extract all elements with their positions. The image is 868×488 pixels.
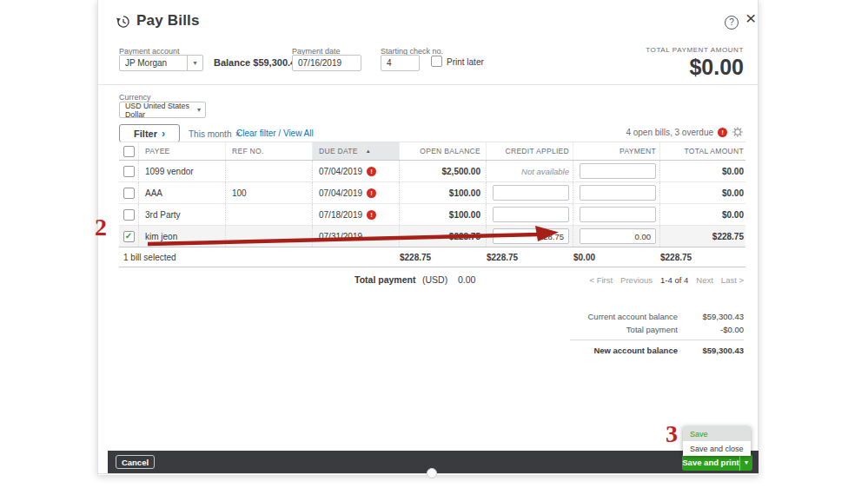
row-checkbox[interactable]: [123, 166, 135, 177]
col-header-due-date[interactable]: DUE DATE ▲: [313, 142, 400, 160]
summary-total-payment-label: Total payment: [570, 325, 690, 334]
resize-handle[interactable]: [427, 468, 437, 478]
pagination: < First Previous 1-4 of 4 Next Last >: [589, 275, 744, 285]
header-divider: [98, 84, 758, 85]
payment-input[interactable]: [580, 185, 656, 201]
total-payment-line-currency: (USD): [422, 274, 447, 285]
total-open-balance: $228.75: [400, 253, 487, 262]
pagination-previous[interactable]: Previous: [620, 275, 653, 285]
filter-button[interactable]: Filter ›: [119, 124, 180, 142]
close-icon[interactable]: ×: [745, 8, 756, 29]
select-all-checkbox[interactable]: [123, 146, 135, 157]
due-date-cell: 07/04/2019 !: [313, 161, 400, 181]
sort-asc-icon: ▲: [366, 148, 371, 154]
overdue-icon: !: [367, 188, 376, 198]
clear-filter-link[interactable]: Clear filter / View All: [236, 129, 314, 138]
col-header-ref-no[interactable]: REF NO.: [226, 142, 313, 160]
help-icon[interactable]: ?: [725, 16, 739, 30]
total-amount-cell: $0.00: [660, 182, 745, 203]
starting-check-input[interactable]: [381, 55, 420, 71]
due-date-cell: 07/18/2019 !: [313, 204, 400, 225]
table-row: 3rd Party 07/18/2019 ! $100.00 $0.00: [119, 204, 745, 226]
chevron-down-icon[interactable]: ▾: [739, 454, 752, 471]
save-and-print-button[interactable]: Save and print ▾: [682, 454, 752, 471]
payment-account-select[interactable]: JP Morgan ▾: [119, 55, 203, 71]
balance-summary: Current account balance $59,300.43 Total…: [570, 310, 744, 357]
pagination-next[interactable]: Next: [696, 275, 713, 285]
total-credit-applied: $228.75: [487, 253, 573, 262]
menu-item-save[interactable]: Save: [683, 426, 751, 441]
table-row-selected: ✓ kim jeon 07/31/2019 $228.75 $228.75: [119, 226, 745, 247]
payee-cell[interactable]: kim jeon: [139, 226, 226, 247]
total-total-amount: $228.75: [660, 253, 745, 262]
total-payment-amount-label: TOTAL PAYMENT AMOUNT: [646, 46, 744, 54]
annotation-step-2: 2: [95, 214, 107, 241]
payment-input[interactable]: [580, 228, 656, 244]
payment-account-value: JP Morgan: [125, 58, 167, 68]
currency-select[interactable]: USD United States Dollar ▾: [119, 102, 206, 118]
open-balance-cell: $228.75: [400, 226, 487, 247]
new-balance-label: New account balance: [570, 346, 690, 355]
page-title: Pay Bills: [136, 12, 200, 30]
table-row: AAA 100 07/04/2019 ! $100.00 $0.00: [119, 182, 745, 204]
total-amount-cell: $0.00: [660, 204, 745, 225]
cancel-button[interactable]: Cancel: [116, 455, 155, 469]
overdue-icon: !: [367, 167, 376, 176]
credit-applied-input[interactable]: [493, 207, 569, 222]
col-header-open-balance[interactable]: OPEN BALANCE: [400, 142, 487, 160]
active-filter-chip: This month ×: [189, 129, 241, 139]
total-payment-amount-value: $0.00: [646, 55, 744, 80]
payee-cell[interactable]: AAA: [139, 182, 226, 203]
credit-applied-input[interactable]: [493, 185, 569, 201]
col-header-payment[interactable]: PAYMENT: [573, 142, 660, 160]
current-balance-value: $59,300.43: [690, 312, 744, 321]
col-header-payee[interactable]: PAYEE: [139, 142, 226, 160]
col-header-total-amount[interactable]: TOTAL AMOUNT: [660, 142, 745, 160]
credit-applied-cell: Not available: [487, 161, 573, 181]
payment-input[interactable]: [580, 207, 656, 222]
chevron-down-icon: ▾: [187, 56, 202, 70]
payment-input[interactable]: [580, 163, 656, 179]
menu-item-save-and-close[interactable]: Save and close: [683, 441, 751, 456]
payment-date-input[interactable]: [292, 55, 361, 71]
pay-bills-modal: Pay Bills ? × Payment account JP Morgan …: [97, 0, 759, 475]
print-later-checkbox[interactable]: [431, 56, 442, 67]
annotation-step-3: 3: [666, 420, 678, 448]
table-totals-row: 1 bill selected $228.75 $228.75 $0.00 $2…: [119, 247, 745, 267]
overdue-icon: !: [367, 210, 376, 220]
open-balance-cell: $100.00: [400, 182, 487, 203]
bills-summary-text: 4 open bills, 3 overdue: [626, 128, 713, 137]
bills-selected-count: 1 bill selected: [119, 253, 400, 262]
row-checkbox[interactable]: [123, 209, 135, 221]
ref-no-cell: [226, 204, 313, 225]
ref-no-cell: [226, 226, 313, 247]
select-all-cell: [119, 142, 139, 160]
credit-applied-input[interactable]: [493, 228, 569, 244]
currency-value: USD United States Dollar: [125, 102, 197, 119]
pagination-last[interactable]: Last >: [721, 275, 744, 285]
open-balance-cell: $100.00: [400, 204, 487, 225]
new-balance-value: $59,300.43: [690, 346, 744, 355]
gear-icon[interactable]: [732, 126, 744, 138]
current-balance-label: Current account balance: [570, 312, 690, 321]
bills-table: PAYEE REF NO. DUE DATE ▲ OPEN BALANCE CR…: [119, 142, 745, 267]
table-row: 1099 vendor 07/04/2019 ! $2,500.00 Not a…: [119, 161, 745, 182]
pagination-first[interactable]: < First: [589, 275, 613, 285]
row-checkbox[interactable]: [123, 188, 135, 199]
payee-cell[interactable]: 3rd Party: [139, 204, 226, 225]
chevron-down-icon: ▾: [197, 106, 205, 114]
total-payment-amount: TOTAL PAYMENT AMOUNT $0.00: [646, 46, 744, 80]
payee-cell[interactable]: 1099 vendor: [139, 161, 226, 181]
col-header-credit-applied[interactable]: CREDIT APPLIED: [487, 142, 573, 160]
total-payment-line-label: Total payment: [354, 274, 415, 285]
page: Pay Bills ? × Payment account JP Morgan …: [0, 0, 868, 488]
pagination-range: 1-4 of 4: [660, 275, 688, 285]
overdue-alert-icon: !: [718, 128, 727, 137]
currency-label: Currency: [119, 93, 151, 102]
total-amount-cell: $228.75: [660, 226, 745, 247]
ref-no-cell: [226, 161, 313, 181]
ref-no-cell: 100: [226, 182, 313, 203]
history-icon[interactable]: [116, 14, 131, 33]
row-checkbox-checked[interactable]: ✓: [123, 231, 135, 242]
print-later-label: Print later: [447, 57, 484, 67]
